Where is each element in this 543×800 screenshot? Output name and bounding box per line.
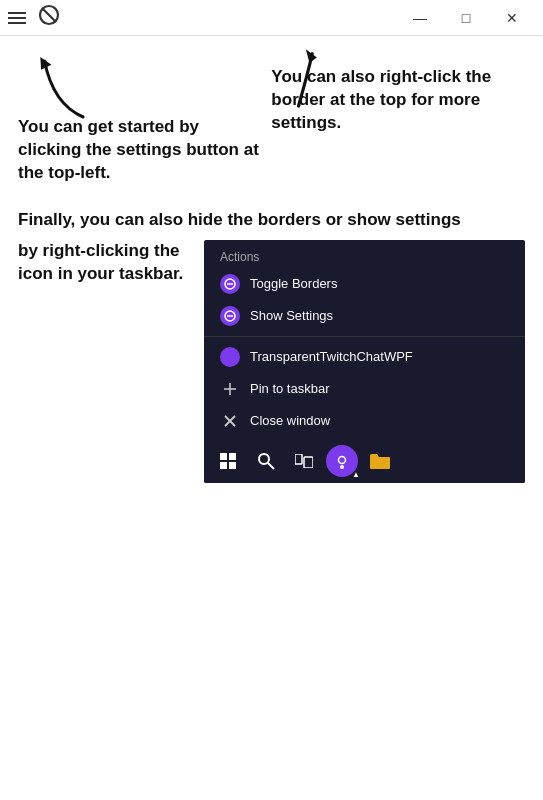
svg-rect-14	[220, 462, 227, 469]
ctx-close-icon	[220, 411, 240, 431]
svg-marker-3	[306, 49, 317, 63]
ctx-toggle-label: Toggle Borders	[250, 276, 337, 291]
hint-left-text: You can get started by clicking the sett…	[18, 116, 261, 185]
arrow-left-icon	[36, 52, 96, 122]
bottom-top-text: Finally, you can also hide the borders o…	[18, 209, 525, 232]
ctx-app-row: TransparentTwitchChatWPF	[204, 341, 525, 373]
hint-right: You can also right-click the border at t…	[261, 56, 525, 185]
ctx-close-label: Close window	[250, 413, 330, 428]
bottom-left-text: by right-clicking the icon in your taskb…	[18, 240, 188, 286]
ctx-app-label: TransparentTwitchChatWPF	[250, 349, 413, 364]
title-bar: — □ ✕	[0, 0, 543, 36]
hint-left: You can get started by clicking the sett…	[18, 56, 261, 185]
ctx-settings-label: Show Settings	[250, 308, 333, 323]
ctx-show-settings[interactable]: Show Settings	[204, 300, 525, 332]
bottom-section: Finally, you can also hide the borders o…	[18, 209, 525, 483]
maximize-button[interactable]: □	[443, 0, 489, 36]
title-bar-left	[8, 4, 60, 31]
close-button[interactable]: ✕	[489, 0, 535, 36]
context-menu-screenshot: Actions Toggle Borders Show Settings	[204, 240, 525, 483]
windows-icon	[212, 445, 244, 477]
svg-point-16	[259, 454, 269, 464]
main-content: You can get started by clicking the sett…	[0, 36, 543, 501]
ctx-divider-1	[204, 336, 525, 337]
title-bar-right: — □ ✕	[397, 0, 535, 36]
ctx-pin-label: Pin to taskbar	[250, 381, 330, 396]
svg-line-1	[42, 8, 56, 22]
ctx-toggle-borders[interactable]: Toggle Borders	[204, 268, 525, 300]
svg-rect-19	[304, 457, 313, 468]
taskbar: ▲	[204, 439, 525, 483]
search-icon	[250, 445, 282, 477]
ctx-pin-taskbar[interactable]: Pin to taskbar	[204, 373, 525, 405]
svg-rect-15	[229, 462, 236, 469]
arrow-right-icon	[271, 46, 326, 111]
ctx-pin-icon	[220, 379, 240, 399]
bottom-row: by right-clicking the icon in your taskb…	[18, 240, 525, 483]
svg-rect-13	[229, 453, 236, 460]
twitch-app-taskbar-icon[interactable]: ▲	[326, 445, 358, 477]
file-explorer-icon	[364, 445, 396, 477]
ctx-actions-label: Actions	[204, 240, 525, 268]
svg-point-22	[340, 465, 344, 469]
ctx-settings-icon	[220, 306, 240, 326]
ctx-app-icon	[220, 347, 240, 367]
hamburger-icon[interactable]	[8, 12, 26, 24]
ctx-toggle-icon	[220, 274, 240, 294]
svg-line-17	[268, 463, 274, 469]
svg-rect-18	[295, 454, 302, 464]
taskview-icon	[288, 445, 320, 477]
svg-rect-12	[220, 453, 227, 460]
ctx-close-window[interactable]: Close window	[204, 405, 525, 437]
hints-row: You can get started by clicking the sett…	[18, 56, 525, 185]
minimize-button[interactable]: —	[397, 0, 443, 36]
no-sign-icon	[38, 4, 60, 31]
